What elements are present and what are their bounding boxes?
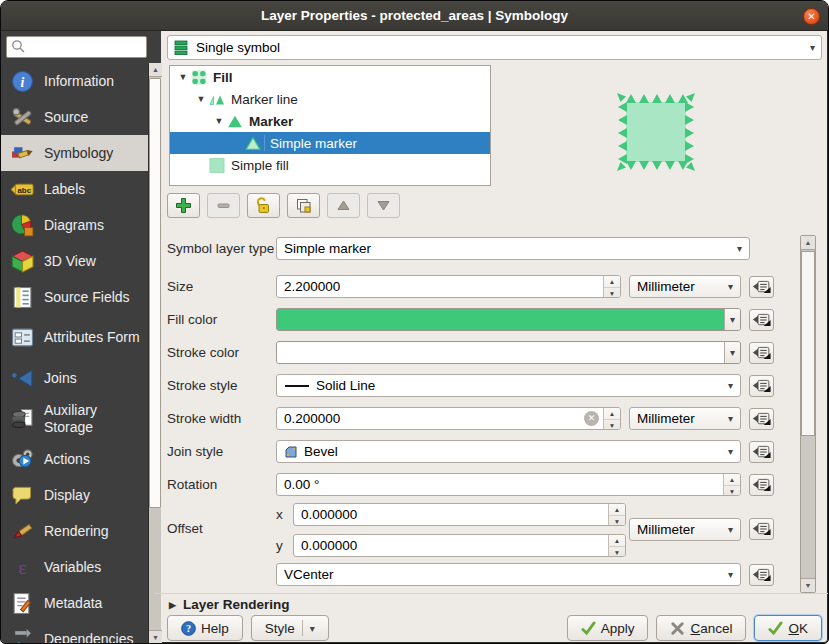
marker-icon: [226, 113, 244, 129]
sidebar-item-information[interactable]: iInformation: [1, 63, 148, 99]
offset-x-spinbox[interactable]: 0.000000 ▲▼: [293, 503, 626, 526]
data-defined-override-button[interactable]: [749, 276, 774, 298]
form-scrollbar-thumb[interactable]: [801, 251, 815, 436]
data-defined-override-button[interactable]: [749, 408, 774, 430]
data-defined-override-button[interactable]: [749, 309, 774, 331]
stroke-width-spinbox[interactable]: 0.200000 ✕ ▲▼: [276, 407, 621, 430]
data-defined-override-button[interactable]: [749, 375, 774, 397]
sidebar-item-3d-view[interactable]: 3D View: [1, 243, 148, 279]
sidebar-item-dependencies[interactable]: Dependencies: [1, 621, 148, 644]
layer-rendering-section[interactable]: ▶ Layer Rendering: [169, 597, 289, 612]
apply-button[interactable]: Apply: [567, 615, 649, 641]
style-button[interactable]: Style: [251, 615, 329, 641]
clear-value-icon[interactable]: ✕: [584, 411, 599, 426]
rotation-spinbox[interactable]: 0.00 ° ▲▼: [276, 473, 741, 496]
symbol-tree-item-marker[interactable]: ▼Marker: [170, 110, 490, 132]
join-style-select[interactable]: Bevel: [276, 440, 741, 463]
sidebar-item-actions[interactable]: Actions: [1, 441, 148, 477]
cancel-button[interactable]: Cancel: [656, 615, 746, 641]
sidebar-item-label: Dependencies: [44, 631, 144, 644]
stroke-color-button[interactable]: [276, 341, 741, 364]
symbol-tree-item-simple-fill[interactable]: Simple fill: [170, 154, 490, 176]
join-style-value: Bevel: [304, 444, 338, 459]
renderer-select[interactable]: Single symbol: [167, 35, 822, 60]
anchor-point-value: VCenter: [284, 567, 334, 582]
help-button[interactable]: ? Help: [167, 615, 243, 641]
spinner-arrows-icon[interactable]: ▲▼: [723, 474, 740, 495]
data-defined-override-button[interactable]: [749, 518, 774, 540]
spinner-arrows-icon[interactable]: ▲▼: [608, 535, 625, 556]
offset-unit-select[interactable]: Millimeter: [629, 518, 741, 541]
expander-icon[interactable]: ▼: [212, 116, 226, 126]
symbol-tree-item-label: Fill: [213, 70, 233, 85]
offset-x-label: x: [276, 507, 288, 522]
title-bar[interactable]: Layer Properties - protected_areas | Sym…: [1, 1, 828, 31]
spinner-arrows-icon[interactable]: ▲▼: [603, 276, 620, 297]
sidebar-item-metadata[interactable]: Metadata: [1, 585, 148, 621]
sidebar-item-auxiliary-storage[interactable]: Auxiliary Storage: [1, 396, 148, 441]
size-value: 2.200000: [277, 279, 603, 294]
stroke-style-select[interactable]: Solid Line: [276, 374, 741, 397]
move-down-button: [367, 193, 400, 218]
symbol-tree-item-fill[interactable]: ▼Fill: [170, 66, 490, 88]
simple-marker-icon: [244, 135, 265, 151]
close-icon[interactable]: ✕: [803, 8, 820, 25]
offset-label: Offset: [167, 521, 276, 536]
expander-icon[interactable]: ▼: [194, 94, 208, 104]
symbol-tree-item-simple-marker[interactable]: Simple marker: [170, 132, 490, 154]
ok-button[interactable]: OK: [754, 615, 822, 641]
join-style-label: Join style: [167, 444, 276, 459]
sidebar-item-label: Metadata: [44, 595, 144, 611]
help-icon: ?: [181, 621, 196, 636]
sidebar-item-label: Labels: [44, 181, 144, 197]
scroll-down-icon[interactable]: ▼: [801, 578, 815, 592]
fill-color-button[interactable]: [276, 308, 741, 331]
data-defined-override-button[interactable]: [749, 564, 774, 586]
scroll-up-icon[interactable]: ▲: [801, 236, 815, 250]
sidebar-item-labels[interactable]: abcLabels: [1, 171, 148, 207]
x-icon: [670, 621, 685, 636]
form-scrollbar[interactable]: ▲ ▼: [800, 235, 816, 593]
sidebar-item-rendering[interactable]: Rendering: [1, 513, 148, 549]
sidebar-item-variables[interactable]: εVariables: [1, 549, 148, 585]
svg-text:i: i: [20, 74, 24, 89]
offset-unit-value: Millimeter: [637, 522, 695, 537]
size-unit-select[interactable]: Millimeter: [629, 275, 741, 298]
layer-properties-dialog: Layer Properties - protected_areas | Sym…: [0, 0, 829, 644]
sidebar-item-label: Rendering: [44, 523, 144, 539]
sidebar-item-display[interactable]: Display: [1, 477, 148, 513]
data-defined-override-button[interactable]: [749, 342, 774, 364]
lock-color-button[interactable]: [247, 193, 280, 218]
dependencies-icon: [9, 627, 35, 644]
minus-icon: [215, 197, 232, 214]
size-unit-value: Millimeter: [637, 279, 695, 294]
add-symbol-layer-button[interactable]: [167, 193, 200, 218]
data-defined-override-button[interactable]: [749, 441, 774, 463]
sidebar-scrollbar-thumb[interactable]: [149, 78, 161, 508]
spinner-arrows-icon[interactable]: ▲▼: [608, 504, 625, 525]
offset-y-spinbox[interactable]: 0.000000 ▲▼: [293, 534, 626, 557]
chevron-right-icon: ▶: [169, 600, 176, 610]
spinner-arrows-icon[interactable]: ▲▼: [603, 408, 620, 429]
search-input[interactable]: [6, 36, 147, 58]
sidebar-item-symbology[interactable]: Symbology: [1, 135, 148, 171]
symbology-panel: Single symbol ▼Fill▼Marker line▼MarkerSi…: [161, 31, 828, 644]
stroke-width-unit-select[interactable]: Millimeter: [629, 407, 741, 430]
attributes-form-icon: [9, 326, 35, 350]
chevron-down-icon: [728, 446, 733, 457]
size-spinbox[interactable]: 2.200000 ▲▼: [276, 275, 621, 298]
symbol-tree-item-marker-line[interactable]: ▼Marker line: [170, 88, 490, 110]
sidebar-item-attributes-form[interactable]: Attributes Form: [1, 315, 148, 360]
data-defined-override-button[interactable]: [749, 474, 774, 496]
expander-icon[interactable]: ▼: [176, 72, 190, 82]
sidebar-scrollbar[interactable]: ▲ ▼: [148, 63, 161, 644]
labels-icon: abc: [9, 177, 35, 201]
sidebar-item-joins[interactable]: Joins: [1, 360, 148, 396]
anchor-point-select[interactable]: VCenter: [276, 563, 741, 586]
sidebar-item-diagrams[interactable]: Diagrams: [1, 207, 148, 243]
sidebar-item-source-fields[interactable]: Source Fields: [1, 279, 148, 315]
arrow-down-icon: [375, 197, 392, 214]
symbol-layer-type-select[interactable]: Simple marker: [276, 237, 750, 260]
sidebar-item-source[interactable]: Source: [1, 99, 148, 135]
duplicate-symbol-layer-button[interactable]: [287, 193, 320, 218]
